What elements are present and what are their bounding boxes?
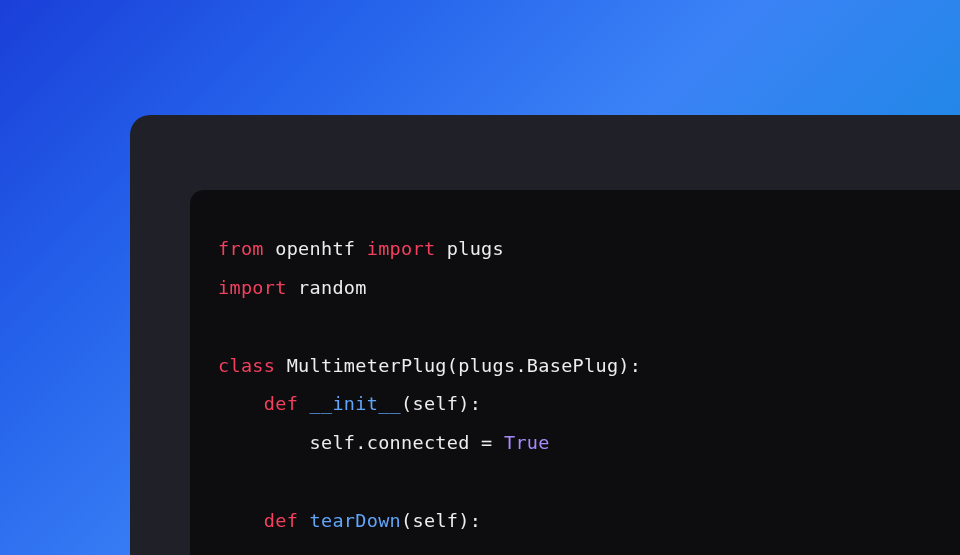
space [298,510,309,531]
keyword-from: from [218,238,264,259]
function-teardown: tearDown [310,510,402,531]
keyword-import: import [218,277,287,298]
indent [218,432,310,453]
name-plugs: plugs [435,238,504,259]
function-init: __init__ [310,393,402,414]
editor-window: from openhtf import plugs import random … [130,115,960,555]
class-name: MultimeterPlug(plugs.BasePlug): [275,355,641,376]
keyword-import: import [367,238,436,259]
python-code-block: from openhtf import plugs import random … [218,230,932,541]
assign-connected: self.connected = [310,432,504,453]
module-random: random [287,277,367,298]
params-self: (self): [401,393,481,414]
params-self: (self): [401,510,481,531]
keyword-class: class [218,355,275,376]
code-editor-panel[interactable]: from openhtf import plugs import random … [190,190,960,555]
space [298,393,309,414]
indent [218,393,264,414]
keyword-def: def [264,393,298,414]
indent [218,510,264,531]
module-openhtf: openhtf [264,238,367,259]
constant-true: True [504,432,550,453]
keyword-def: def [264,510,298,531]
